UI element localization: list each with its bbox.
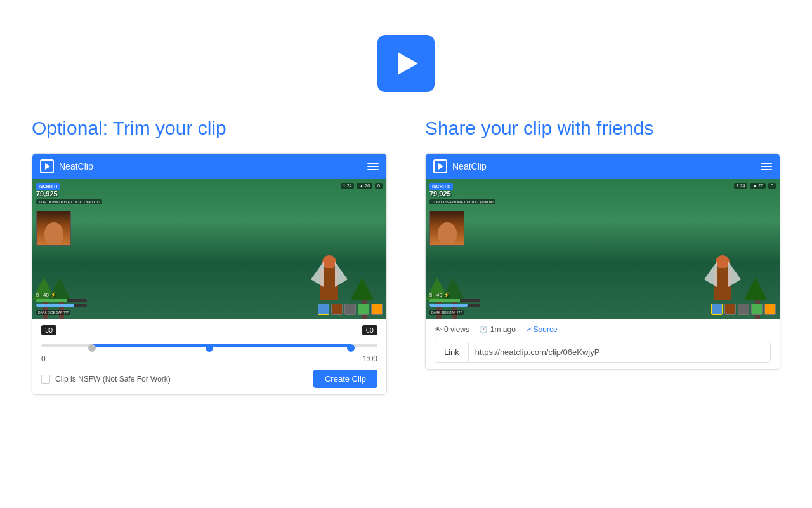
webcam-overlay-left [36,211,71,246]
share-webcam-overlay [429,211,464,246]
share-health-fill [429,299,460,302]
item-slots [318,304,383,315]
share-shield-bar [429,304,480,307]
share-hud-top-left: ISCRITTI 79,925 [429,183,453,197]
share-game-character [704,243,742,300]
share-item-slot-5 [764,304,776,315]
link-label-button[interactable]: Link [435,342,469,362]
hamburger-menu-icon[interactable] [367,163,379,170]
link-url-input[interactable] [469,342,770,362]
trim-slider-container[interactable] [41,339,377,352]
share-health-bar-container [429,299,480,307]
share-wing-right [728,262,741,287]
hud-badge-time: 1:24 [341,183,355,189]
play-icon-hero [377,35,435,92]
share-hud-top-right: 1:24 ▲ 20 0 [734,183,776,189]
hud-bottom-left: 5 · 40 ⚡ DARK [36,292,383,315]
slider-thumb-left[interactable] [88,344,96,352]
share-card-title: NeatClip [452,161,487,171]
share-subscriber-badge: ISCRITTI [429,183,453,190]
play-triangle [398,52,418,75]
hamburger-line-1 [367,163,379,164]
hud-top-right-left: 1:24 ▲ 20 0 [341,183,383,189]
meta-dot-1: · [473,326,475,333]
create-clip-button[interactable]: Create Clip [313,370,377,388]
nsfw-checkbox[interactable] [41,375,50,384]
share-hamburger-line-1 [761,163,772,164]
share-header-play-icon [433,159,447,173]
share-hud-bottom: 5 · 40 ⚡ DARK [429,292,776,315]
share-link-icon [525,325,532,334]
header-play-tri [45,163,50,170]
nsfw-label: Clip is NSFW (Not Safe For Work) [55,375,171,384]
health-bar [36,299,87,302]
share-hud-stats-left: 5 · 40 ⚡ DARK [429,292,480,315]
share-title: Share your clip with friends [425,117,653,139]
link-row: Link [435,342,771,363]
hud-stats-left: 5 · 40 ⚡ DARK [36,292,87,315]
wing-right [335,262,348,287]
nsfw-left: Clip is NSFW (Not Safe For Work) [41,375,171,384]
trim-title: Optional: Trim your clip [32,117,226,139]
share-char-head [716,255,730,269]
time-labels: 30 60 [41,325,377,335]
share-health-bar [429,299,480,302]
item-slot-4 [358,304,369,315]
hamburger-line-2 [367,166,379,167]
share-item-slot-1 [711,304,723,315]
nsfw-row: Clip is NSFW (Not Safe For Work) Create … [41,370,377,388]
eye-icon [435,325,442,334]
share-wing-left [704,262,717,287]
trim-card-header: NeatClip [32,154,386,179]
time-meta: 1m ago [479,325,516,334]
share-item-slot-3 [738,304,749,315]
hud-badge-elims: 0 [375,183,383,189]
game-character [310,243,348,300]
share-viewer-count: 79,925 [429,190,453,197]
share-game-background: ISCRITTI 79,925 TOP DONAZIONE LUCIO - $4… [426,179,780,319]
start-time-badge: 30 [41,325,56,335]
share-section: Share your clip with friends NeatClip [425,117,780,395]
slider-thumb-center[interactable] [206,344,213,352]
range-end-label: 1:00 [363,354,377,363]
share-hamburger-icon[interactable] [761,163,772,170]
share-chat-messages: DARK SIDE BAR ??? [429,310,480,315]
views-text: 0 views [444,325,469,334]
share-hud-elims: 0 [768,183,776,189]
item-slot-3 [344,304,356,315]
chat-1: DARK SIDE BAR ??? [36,310,70,315]
range-start-label: 0 [41,354,46,363]
shield-bar [36,304,87,307]
share-hud-numbers: 5 · 40 ⚡ [429,292,480,298]
char-head [322,255,336,269]
slider-fill [92,344,351,347]
hud-numbers: 5 · 40 ⚡ [36,292,87,298]
share-shield-fill [429,304,468,307]
trim-card: NeatClip [32,153,387,395]
views-meta: 0 views [435,325,469,334]
trim-video-thumbnail: ISCRITTI 79,925 TOP DONAZIONE LUCIO - $4… [32,179,386,319]
subscriber-badge: ISCRITTI [36,183,60,190]
end-time-badge: 60 [362,325,377,335]
share-hud-time: 1:24 [734,183,748,189]
clock-icon [479,325,488,334]
hamburger-line-3 [367,169,379,170]
slider-thumb-right[interactable] [347,344,355,352]
game-background: ISCRITTI 79,925 TOP DONAZIONE LUCIO - $4… [32,179,386,319]
meta-row: 0 views · 1m ago · Source [435,325,771,334]
source-label: Source [534,325,558,334]
share-hud-players: ▲ 20 [750,183,766,189]
share-donation-bar: TOP DONAZIONE LUCIO - $400.00 [429,199,495,204]
share-hamburger-line-3 [761,169,772,170]
source-link[interactable]: Source [525,325,558,334]
meta-dot-2: · [520,326,521,333]
share-info: 0 views · 1m ago · Source [426,319,780,369]
share-item-slot-4 [751,304,763,315]
share-card: NeatClip [425,153,780,370]
share-hamburger-line-2 [761,166,772,167]
share-card-header: NeatClip [426,154,780,179]
hud-top-left: ISCRITTI 79,925 [36,183,60,197]
chat-messages: DARK SIDE BAR ??? [36,310,87,315]
share-chat-1: DARK SIDE BAR ??? [429,310,464,315]
trim-header-left: NeatClip [40,159,93,173]
